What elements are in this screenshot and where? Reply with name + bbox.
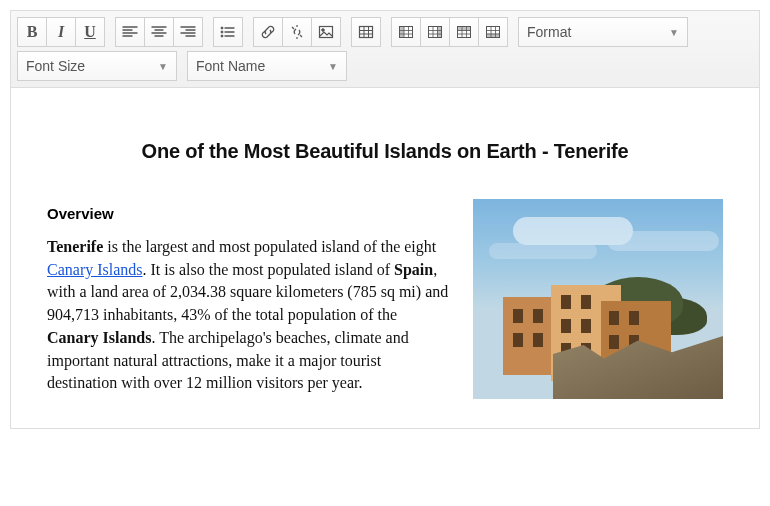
font-size-dropdown[interactable]: Font Size ▼ <box>17 51 177 81</box>
svg-rect-7 <box>400 27 404 38</box>
underline-icon: U <box>84 23 96 41</box>
format-dropdown[interactable]: Format ▼ <box>518 17 688 47</box>
table-group <box>351 17 381 47</box>
row-above-icon <box>456 24 472 40</box>
link-canary-islands[interactable]: Canary Islands <box>47 261 143 278</box>
bold-icon: B <box>27 23 38 41</box>
font-name-label: Font Name <box>196 58 265 74</box>
document-image[interactable] <box>473 199 723 399</box>
chevron-down-icon: ▼ <box>158 61 168 72</box>
col-left-icon <box>398 24 414 40</box>
underline-button[interactable]: U <box>75 17 105 47</box>
overview-paragraph[interactable]: Tenerife is the largest and most populat… <box>47 236 449 395</box>
insert-image-button[interactable] <box>311 17 341 47</box>
text-style-group: B I U <box>17 17 105 47</box>
bulleted-list-button[interactable] <box>213 17 243 47</box>
link-icon <box>260 24 276 40</box>
insert-column-left-button[interactable] <box>391 17 421 47</box>
document-title[interactable]: One of the Most Beautiful Islands on Ear… <box>47 140 723 163</box>
align-group <box>115 17 203 47</box>
unlink-button[interactable] <box>282 17 312 47</box>
image-clouds <box>513 217 633 245</box>
insert-column-right-button[interactable] <box>420 17 450 47</box>
term-canary-islands: Canary Islands <box>47 329 151 346</box>
list-group <box>213 17 243 47</box>
svg-point-2 <box>221 35 223 37</box>
svg-rect-5 <box>360 27 373 38</box>
table-icon <box>358 24 374 40</box>
editor-toolbar: B I U <box>11 11 759 88</box>
chevron-down-icon: ▼ <box>669 27 679 38</box>
font-size-label: Font Size <box>26 58 85 74</box>
row-below-icon <box>485 24 501 40</box>
link-button[interactable] <box>253 17 283 47</box>
svg-rect-3 <box>320 27 333 38</box>
term-tenerife: Tenerife <box>47 238 103 255</box>
italic-icon: I <box>58 23 64 41</box>
image-icon <box>318 24 334 40</box>
insert-table-button[interactable] <box>351 17 381 47</box>
italic-button[interactable]: I <box>46 17 76 47</box>
svg-rect-11 <box>458 27 471 31</box>
text-fragment: . It is also the most populated island o… <box>143 261 395 278</box>
svg-rect-9 <box>438 27 442 38</box>
align-left-icon <box>122 24 138 40</box>
align-center-icon <box>151 24 167 40</box>
align-right-button[interactable] <box>173 17 203 47</box>
editor-content[interactable]: One of the Most Beautiful Islands on Ear… <box>11 88 759 428</box>
chevron-down-icon: ▼ <box>328 61 338 72</box>
insert-group <box>253 17 341 47</box>
format-dropdown-label: Format <box>527 24 571 40</box>
list-icon <box>220 24 236 40</box>
unlink-icon <box>289 24 305 40</box>
rich-text-editor: B I U <box>10 10 760 429</box>
bold-button[interactable]: B <box>17 17 47 47</box>
svg-point-0 <box>221 27 223 29</box>
svg-rect-13 <box>487 34 500 38</box>
align-left-button[interactable] <box>115 17 145 47</box>
font-name-dropdown[interactable]: Font Name ▼ <box>187 51 347 81</box>
align-center-button[interactable] <box>144 17 174 47</box>
term-spain: Spain <box>394 261 433 278</box>
svg-point-4 <box>322 29 325 32</box>
align-right-icon <box>180 24 196 40</box>
svg-point-1 <box>221 31 223 33</box>
insert-row-above-button[interactable] <box>449 17 479 47</box>
insert-row-below-button[interactable] <box>478 17 508 47</box>
col-right-icon <box>427 24 443 40</box>
section-heading-overview[interactable]: Overview <box>47 205 449 222</box>
text-fragment: is the largest and most populated island… <box>103 238 436 255</box>
table-edit-group <box>391 17 508 47</box>
